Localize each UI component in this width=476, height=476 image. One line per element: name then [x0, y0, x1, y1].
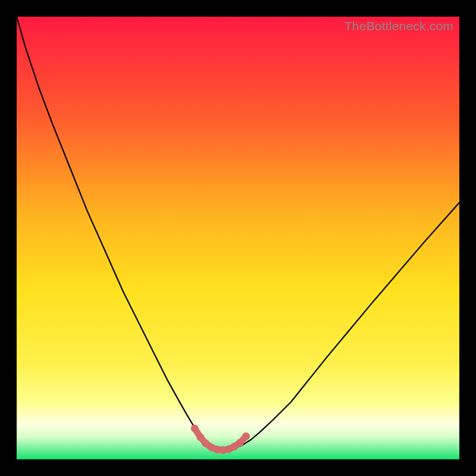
bottleneck-curve — [17, 17, 459, 459]
svg-point-2 — [196, 433, 204, 441]
svg-point-10 — [242, 433, 250, 440]
outer-frame: TheBottleneck.com — [0, 0, 476, 476]
svg-point-9 — [236, 439, 244, 446]
svg-point-1 — [191, 424, 199, 432]
curve-line — [17, 17, 459, 450]
trough-markers — [191, 424, 250, 454]
plot-area: TheBottleneck.com — [17, 17, 459, 459]
watermark-text: TheBottleneck.com — [345, 19, 453, 33]
